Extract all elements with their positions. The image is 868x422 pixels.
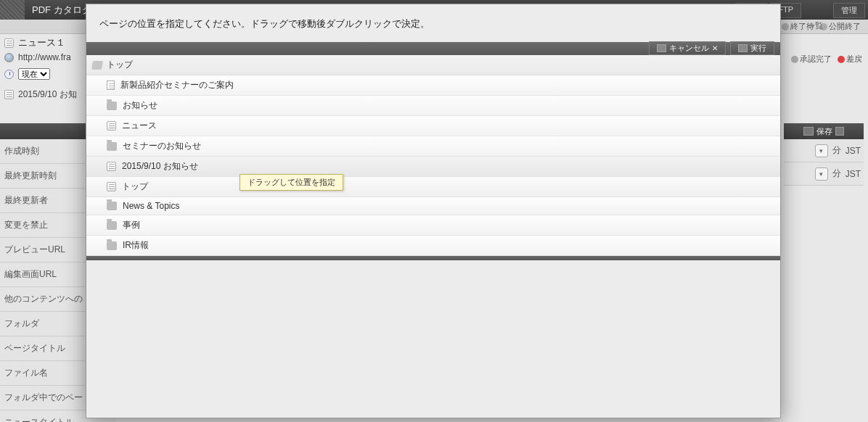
tree-row[interactable]: 2015/9/10 お知らせ bbox=[86, 157, 780, 177]
tree-row-label: ニュース bbox=[122, 120, 157, 132]
tree-row[interactable]: トップ bbox=[86, 177, 780, 197]
status-approved: 承認完了 bbox=[800, 54, 832, 63]
run-button[interactable]: 実行 bbox=[730, 41, 774, 55]
dialog-instruction: ページの位置を指定してください。ドラッグで移動後ダブルクリックで決定。 bbox=[86, 4, 780, 42]
unit-tz: JST bbox=[846, 146, 861, 156]
square-icon bbox=[803, 127, 814, 136]
folder-icon bbox=[107, 102, 117, 110]
tree-footer-bar bbox=[86, 256, 780, 260]
folder-icon bbox=[107, 202, 117, 210]
dot-icon bbox=[782, 23, 789, 30]
folder-open-icon bbox=[91, 61, 103, 70]
close-icon: ✕ bbox=[712, 44, 718, 52]
page-title-row: ニュース１ bbox=[4, 36, 65, 49]
tree-row-label: 事例 bbox=[123, 219, 140, 231]
folder-tree: トップ 新製品紹介セミナーのご案内お知らせニュースセミナーのお知らせ2015/9… bbox=[86, 55, 780, 260]
tree-root[interactable]: トップ bbox=[86, 55, 780, 75]
square-icon bbox=[835, 127, 844, 136]
tree-row[interactable]: IR情報 bbox=[86, 236, 780, 256]
tab-admin[interactable]: 管理 bbox=[833, 3, 865, 18]
note-text: 2015/9/10 お知 bbox=[18, 88, 77, 101]
dot-icon bbox=[838, 56, 845, 63]
time-select[interactable]: 現在 bbox=[18, 68, 50, 80]
time-cell-1: ▾ 分 JST bbox=[784, 139, 864, 162]
tree-row[interactable]: ニュース bbox=[86, 116, 780, 136]
news-icon bbox=[107, 162, 116, 171]
time-row: 現在 bbox=[4, 68, 50, 80]
run-label: 実行 bbox=[750, 43, 766, 54]
time-cell-2: ▾ 分 JST bbox=[784, 162, 864, 186]
page-title: ニュース１ bbox=[18, 36, 65, 49]
tree-row-label: お知らせ bbox=[123, 99, 157, 112]
page-icon bbox=[107, 80, 115, 90]
page-url-row: http://www.fra bbox=[4, 52, 71, 62]
stepper-icon[interactable]: ▾ bbox=[815, 144, 828, 157]
position-dialog: ページの位置を指定してください。ドラッグで移動後ダブルクリックで決定。 キャンセ… bbox=[86, 4, 781, 418]
clock-icon bbox=[4, 70, 14, 79]
tree-root-label: トップ bbox=[107, 59, 133, 71]
folder-icon bbox=[107, 142, 117, 151]
tree-row[interactable]: 新製品紹介セミナーのご案内 bbox=[86, 75, 780, 96]
square-icon bbox=[657, 44, 666, 52]
tree-row-label: News & Topics bbox=[123, 201, 179, 211]
status-returned: 差戻 bbox=[846, 54, 862, 63]
sub-tab-list[interactable]: 一覧 bbox=[807, 20, 823, 31]
tree-row-label: セミナーのお知らせ bbox=[123, 140, 201, 152]
tree-row[interactable]: 事例 bbox=[86, 215, 780, 236]
cancel-label: キャンセル bbox=[669, 43, 709, 54]
status-ended: 公開終了 bbox=[829, 22, 861, 30]
unit-min: 分 bbox=[832, 167, 841, 180]
tree-row-label: IR情報 bbox=[123, 239, 149, 252]
news-icon bbox=[107, 182, 116, 191]
unit-tz: JST bbox=[846, 169, 861, 179]
tree-row[interactable]: News & Topics bbox=[86, 197, 780, 215]
app-title: PDF カタログ bbox=[25, 4, 91, 17]
unit-min: 分 bbox=[832, 144, 841, 157]
tree-row-label: トップ bbox=[122, 181, 148, 193]
tree-row[interactable]: お知らせ bbox=[86, 96, 780, 116]
status-legend-2: 承認完了 差戻 bbox=[791, 54, 862, 65]
save-header[interactable]: 保存 bbox=[784, 123, 864, 139]
folder-icon bbox=[107, 221, 117, 230]
tree-row-label: 新製品紹介セミナーのご案内 bbox=[120, 79, 234, 91]
news-icon bbox=[4, 90, 14, 99]
right-column: 保存 ▾ 分 JST ▾ 分 JST bbox=[784, 123, 864, 186]
save-label: 保存 bbox=[816, 126, 832, 137]
app-logo-icon bbox=[0, 0, 25, 20]
news-icon bbox=[107, 121, 116, 131]
globe-icon bbox=[4, 53, 14, 62]
note-row: 2015/9/10 お知 bbox=[4, 88, 77, 101]
dialog-toolbar: キャンセル ✕ 実行 bbox=[86, 42, 780, 55]
folder-icon bbox=[107, 241, 117, 250]
tree-row[interactable]: セミナーのお知らせ bbox=[86, 136, 780, 157]
stepper-icon[interactable]: ▾ bbox=[815, 167, 828, 181]
dot-icon bbox=[791, 56, 798, 63]
cancel-button[interactable]: キャンセル ✕ bbox=[649, 41, 726, 55]
page-url: http://www.fra bbox=[18, 52, 71, 62]
tree-row-label: 2015/9/10 お知らせ bbox=[122, 160, 198, 173]
square-icon bbox=[738, 44, 748, 52]
news-icon bbox=[4, 38, 14, 48]
